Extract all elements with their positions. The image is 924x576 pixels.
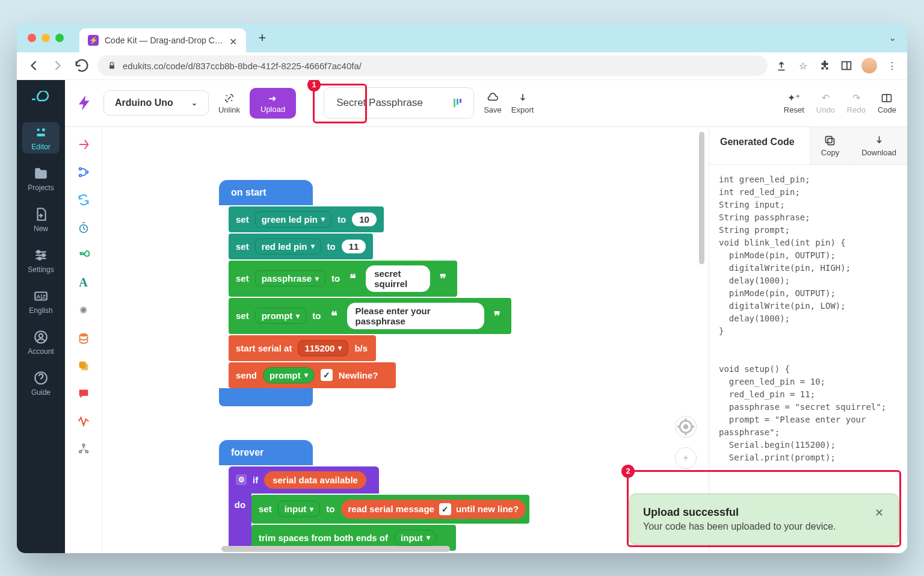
cat-branch-icon[interactable] — [77, 166, 90, 179]
window-maximize-button[interactable] — [55, 34, 64, 42]
svg-rect-5 — [37, 134, 45, 136]
var-dropdown[interactable]: prompt ▾ — [255, 308, 307, 324]
center-canvas-button[interactable] — [675, 416, 697, 438]
tab-favicon: ⚡ — [88, 35, 99, 46]
rail-projects[interactable]: Projects — [22, 163, 60, 194]
reload-button[interactable] — [73, 57, 90, 74]
panel-icon[interactable] — [840, 59, 853, 72]
cat-loop-icon[interactable] — [77, 193, 90, 206]
tab-close-button[interactable]: ✕ — [229, 36, 238, 45]
string-input[interactable]: Please enter your passphrase — [347, 303, 484, 329]
scrollbar-horizontal[interactable] — [102, 545, 709, 553]
read-serial-block[interactable]: read serial message ✓ until new line? — [341, 500, 526, 519]
condition-block[interactable]: serial data available — [264, 471, 366, 489]
download-code-button[interactable]: Download — [850, 127, 907, 164]
quote-open-icon: ❝ — [346, 271, 360, 286]
upload-button[interactable]: Upload — [250, 88, 296, 119]
browser-tab[interactable]: ⚡ Code Kit — Drag-and-Drop C… ✕ — [79, 28, 246, 52]
reset-button[interactable]: ✦⁺ Reset — [784, 92, 804, 114]
rail-new[interactable]: New — [22, 204, 60, 235]
code-panel-title: Generated Code — [709, 127, 810, 164]
rail-language[interactable]: A|Z English — [22, 286, 60, 317]
back-button[interactable] — [25, 57, 42, 74]
rail-guide[interactable]: Guide — [22, 368, 60, 399]
copy-code-button[interactable]: Copy — [810, 127, 850, 164]
baud-dropdown[interactable]: 115200 ▾ — [298, 340, 348, 356]
gear-icon[interactable]: ⚙ — [236, 474, 247, 485]
sliders-icon — [33, 247, 49, 263]
var-dropdown[interactable]: prompt ▾ — [263, 367, 315, 383]
cat-text-icon[interactable]: A — [77, 276, 90, 290]
rail-editor[interactable]: Editor — [22, 122, 60, 153]
forward-button[interactable] — [49, 57, 66, 74]
svg-point-6 — [37, 250, 40, 253]
undo-button[interactable]: ↶ Undo — [816, 92, 835, 114]
lightning-icon — [76, 94, 94, 112]
newline-checkbox[interactable]: ✓ — [321, 369, 333, 381]
block-set-input: set input ▾ to read serial message ✓ unt… — [251, 495, 529, 524]
var-dropdown[interactable]: input ▾ — [394, 530, 437, 546]
share-icon[interactable] — [775, 59, 788, 72]
var-dropdown[interactable]: input ▾ — [278, 501, 321, 517]
cat-time-icon[interactable] — [77, 221, 90, 234]
cat-light-icon[interactable]: ✺ — [77, 304, 90, 317]
rail-settings[interactable]: Settings — [22, 245, 60, 276]
svg-point-27 — [684, 425, 688, 429]
folder-icon — [33, 166, 49, 181]
extensions-icon[interactable] — [818, 59, 831, 72]
block-hat-forever[interactable]: forever — [219, 440, 313, 465]
new-tab-button[interactable]: + — [254, 30, 270, 46]
var-dropdown[interactable]: passphrase ▾ — [255, 270, 325, 286]
board-select[interactable]: Arduino Uno ⌄ — [103, 90, 209, 116]
new-file-icon — [33, 206, 49, 222]
cat-db-icon[interactable] — [77, 332, 90, 345]
cat-layers-icon[interactable] — [77, 359, 90, 373]
toast-notification: Upload successful Your code has been upl… — [629, 494, 899, 545]
block-canvas[interactable]: on start set green led pin ▾ to 10 set r… — [102, 127, 709, 553]
scrollbar-vertical[interactable] — [699, 132, 707, 264]
unlink-button[interactable]: Unlink — [218, 92, 240, 114]
cat-comment-icon[interactable] — [77, 387, 90, 400]
quote-open-icon: ❝ — [327, 309, 341, 323]
until-checkbox[interactable]: ✓ — [439, 503, 451, 515]
zoom-in-button[interactable]: + — [675, 447, 697, 469]
toast-close-button[interactable]: ✕ — [873, 506, 885, 532]
var-dropdown[interactable]: red led pin ▾ — [255, 238, 321, 255]
svg-point-12 — [39, 333, 43, 338]
svg-point-20 — [79, 333, 87, 336]
block-stack-onstart[interactable]: on start set green led pin ▾ to 10 set r… — [219, 180, 529, 406]
url-input[interactable]: edukits.co/code/d/837ccb8b-8bde-412f-822… — [97, 55, 768, 76]
cat-wave-icon[interactable] — [77, 415, 90, 428]
code-toggle-button[interactable]: Code — [878, 92, 896, 114]
block-set-prompt: set prompt ▾ to ❝ Please enter your pass… — [229, 298, 511, 334]
block-set-passphrase: set passphrase ▾ to ❝ secret squirrel ❞ — [229, 261, 457, 297]
menu-icon[interactable]: ⋮ — [886, 59, 899, 72]
callout-1: 1 — [307, 80, 321, 91]
export-button[interactable]: Export — [511, 92, 534, 114]
tabs-overflow-icon[interactable]: ⌄ — [889, 32, 896, 43]
block-stack-forever[interactable]: forever ⚙ if serial data available do — [219, 440, 529, 551]
value-pill[interactable]: 11 — [342, 240, 366, 253]
logo-icon[interactable] — [26, 86, 56, 113]
cat-start-icon[interactable] — [77, 138, 90, 151]
svg-point-3 — [37, 128, 40, 131]
redo-button[interactable]: ↷ Redo — [847, 92, 866, 114]
levels-icon — [454, 99, 461, 107]
window-minimize-button[interactable] — [42, 34, 50, 42]
project-name-input[interactable]: Secret Passphrase — [324, 87, 474, 119]
bookmark-icon[interactable]: ☆ — [796, 59, 810, 72]
block-hat-onstart[interactable]: on start — [219, 180, 313, 205]
var-dropdown[interactable]: green led pin ▾ — [255, 211, 331, 228]
cat-infinity-icon[interactable] — [77, 249, 90, 262]
cat-nodes-icon[interactable] — [77, 442, 90, 456]
save-button[interactable]: Save — [484, 92, 502, 114]
string-input[interactable]: secret squirrel — [366, 265, 430, 292]
language-icon: A|Z — [33, 288, 49, 304]
sparkle-icon: ✦⁺ — [787, 92, 800, 104]
svg-point-17 — [79, 174, 81, 176]
rail-account[interactable]: Account — [22, 327, 60, 358]
value-pill[interactable]: 10 — [352, 212, 377, 226]
avatar[interactable] — [861, 58, 877, 73]
window-close-button[interactable] — [28, 34, 36, 42]
code-icon — [880, 92, 893, 104]
